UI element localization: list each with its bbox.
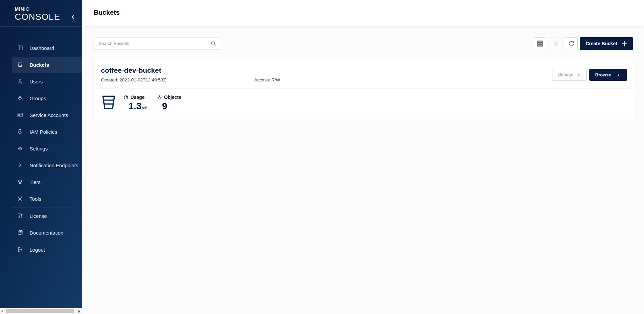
page-header: Buckets xyxy=(82,0,644,26)
logo-wordmark: MINIO xyxy=(15,7,60,11)
sidebar-item-label: Settings xyxy=(30,146,48,151)
bucket-icon xyxy=(17,62,23,68)
sidebar-item-dashboard[interactable]: Dashboard xyxy=(0,40,82,56)
browse-button[interactable]: Browse xyxy=(589,69,627,81)
sidebar-item-settings[interactable]: Settings xyxy=(0,140,82,157)
logo-text-light: IO xyxy=(24,6,30,12)
sidebar-item-label: License xyxy=(30,213,47,219)
sidebar-item-buckets[interactable]: Buckets xyxy=(0,56,82,73)
sidebar-item-label: Groups xyxy=(30,96,46,101)
bucket-usage-metric: Usage 1.3MB xyxy=(123,95,148,111)
horizontal-scrollbar[interactable] xyxy=(0,308,82,314)
sidebar-item-label: Buckets xyxy=(30,62,49,68)
bucket-list-icon xyxy=(552,40,559,47)
sidebar-item-users[interactable]: Users xyxy=(0,73,82,90)
search-box xyxy=(94,37,220,50)
refresh-icon xyxy=(568,41,575,47)
arrow-right-icon xyxy=(614,72,621,77)
sidebar-item-groups[interactable]: Groups xyxy=(0,90,82,107)
objects-number: 9 xyxy=(162,101,167,111)
sidebar-nav: Dashboard Buckets Users Groups xyxy=(0,40,82,258)
svg-text:λ: λ xyxy=(19,163,21,168)
sidebar-item-logout[interactable]: Logout xyxy=(0,241,82,258)
sidebar: MINIO CONSOLE Dashboard Buckets xyxy=(0,0,82,308)
gear-icon xyxy=(17,145,23,151)
sidebar-item-iam-policies[interactable]: IAM Policies xyxy=(0,123,82,140)
sidebar-item-label: Tools xyxy=(30,196,41,202)
manage-label: Manage xyxy=(557,72,573,77)
bucket-name: coffee-dev-bucket xyxy=(101,66,161,74)
objects-icon xyxy=(157,95,162,100)
gear-icon xyxy=(576,72,581,77)
groups-icon xyxy=(17,95,23,101)
tools-icon xyxy=(17,196,23,202)
sidebar-collapse-button[interactable] xyxy=(69,13,77,21)
sidebar-divider xyxy=(0,26,82,27)
card-divider xyxy=(94,88,633,89)
grid-view-button[interactable] xyxy=(534,37,546,50)
sidebar-item-tools[interactable]: Tools xyxy=(0,190,82,207)
sidebar-item-label: Dashboard xyxy=(30,45,54,51)
search-icon xyxy=(210,40,217,47)
objects-label: Objects xyxy=(164,95,181,100)
sidebar-item-label: Tiers xyxy=(30,179,41,185)
search-input[interactable] xyxy=(94,38,220,49)
refresh-button[interactable] xyxy=(565,37,578,50)
main-content: Create Bucket coffee-dev-bucket Created:… xyxy=(82,26,644,314)
license-icon xyxy=(17,213,23,219)
usage-label-row: Usage xyxy=(123,95,148,100)
logo-text-bold: MIN xyxy=(15,6,24,12)
scrollbar-thumb[interactable] xyxy=(6,309,74,313)
chevron-left-icon xyxy=(71,14,76,19)
sidebar-item-label: Documentation xyxy=(30,230,63,236)
scrollbar-right-arrow-icon[interactable] xyxy=(78,310,80,313)
lambda-icon: λ xyxy=(17,162,23,168)
sidebar-item-notification-endpoints[interactable]: λ Notification Endpoints xyxy=(0,157,82,174)
usage-label: Usage xyxy=(130,95,145,100)
usage-number: 1.3 xyxy=(128,101,142,111)
shield-icon xyxy=(17,129,23,135)
sidebar-item-tiers[interactable]: Tiers xyxy=(0,174,82,190)
sidebar-item-label: Users xyxy=(30,79,43,84)
sidebar-item-label: IAM Policies xyxy=(30,129,57,135)
bucket-created-date: Created: 2022-01-02T12:49:53Z xyxy=(101,77,166,82)
bucket-objects-metric: Objects 9 xyxy=(157,95,181,111)
sidebar-item-license[interactable]: License xyxy=(0,207,82,224)
user-icon xyxy=(17,78,23,84)
browse-label: Browse xyxy=(595,72,611,77)
sidebar-item-label: Service Accounts xyxy=(30,112,68,118)
plus-icon xyxy=(622,41,627,47)
sidebar-item-label: Notification Endpoints xyxy=(30,163,78,168)
objects-label-row: Objects xyxy=(157,95,181,100)
minio-console-window: MINIO CONSOLE Dashboard Buckets xyxy=(0,0,644,314)
logout-icon xyxy=(17,247,23,253)
documentation-icon xyxy=(17,230,23,236)
bucket-card: coffee-dev-bucket Created: 2022-01-02T12… xyxy=(94,59,633,119)
grid-view-icon xyxy=(537,41,543,47)
dashboard-icon xyxy=(17,45,23,51)
manage-button[interactable]: Manage xyxy=(552,69,587,81)
bucket-access: Access: R/W xyxy=(254,77,280,82)
create-bucket-button[interactable]: Create Bucket xyxy=(580,37,633,50)
objects-value: 9 xyxy=(162,102,181,111)
list-view-button[interactable] xyxy=(549,37,562,50)
usage-unit: MB xyxy=(142,106,148,110)
usage-value: 1.3MB xyxy=(128,102,148,111)
create-bucket-label: Create Bucket xyxy=(586,41,617,46)
sidebar-item-service-accounts[interactable]: Service Accounts xyxy=(0,107,82,123)
sidebar-item-label: Logout xyxy=(30,247,45,253)
bucket-icon xyxy=(100,93,117,111)
scrollbar-left-arrow-icon[interactable] xyxy=(1,310,3,313)
logo-subtitle: CONSOLE xyxy=(15,12,60,21)
minio-console-logo: MINIO CONSOLE xyxy=(15,7,60,21)
layers-icon xyxy=(17,179,23,185)
sidebar-item-documentation[interactable]: Documentation xyxy=(0,224,82,241)
page-title: Buckets xyxy=(94,9,120,16)
id-card-icon xyxy=(17,112,23,118)
pie-chart-icon xyxy=(123,95,128,100)
